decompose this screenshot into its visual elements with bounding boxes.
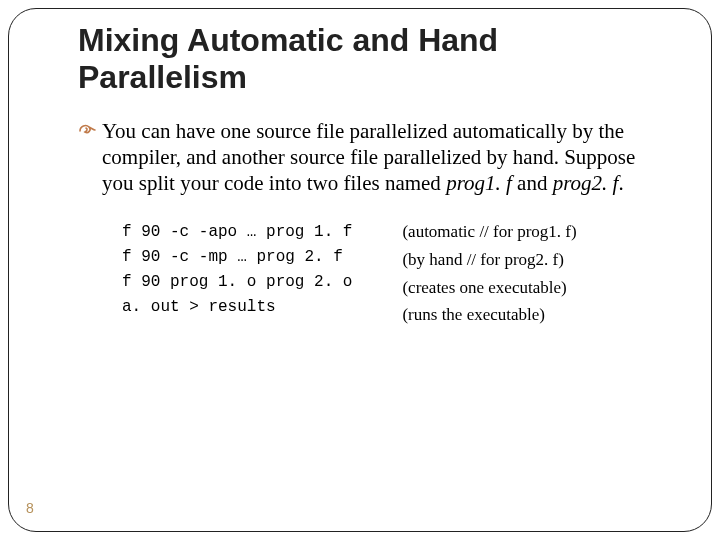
page-number: 8 — [26, 500, 34, 516]
note-line-4: (runs the executable) — [402, 303, 576, 328]
paragraph-mid: and — [512, 171, 553, 195]
notes-column: (automatic // for prog1. f) (by hand // … — [402, 220, 576, 331]
code-line-1: f 90 -c -apo … prog 1. f — [122, 223, 352, 241]
code-line-3: f 90 prog 1. o prog 2. o — [122, 273, 352, 291]
bullet-icon — [78, 119, 96, 144]
slide: Mixing Automatic and Hand Parallelism Yo… — [0, 0, 720, 540]
note-line-3: (creates one executable) — [402, 276, 576, 301]
code-block: f 90 -c -apo … prog 1. f f 90 -c -mp … p… — [78, 220, 670, 331]
note-line-2: (by hand // for prog2. f) — [402, 248, 576, 273]
content-area: Mixing Automatic and Hand Parallelism Yo… — [78, 22, 670, 518]
body-text: You can have one source file parallelize… — [78, 118, 670, 331]
paragraph-tail: . — [618, 171, 623, 195]
file2: prog2. f — [553, 171, 619, 195]
paragraph: You can have one source file parallelize… — [78, 118, 670, 197]
file1: prog1. f — [446, 171, 512, 195]
code-line-4: a. out > results — [122, 298, 276, 316]
note-line-1: (automatic // for prog1. f) — [402, 220, 576, 245]
slide-title: Mixing Automatic and Hand Parallelism — [78, 22, 670, 96]
code-column: f 90 -c -apo … prog 1. f f 90 -c -mp … p… — [122, 220, 352, 331]
code-line-2: f 90 -c -mp … prog 2. f — [122, 248, 343, 266]
